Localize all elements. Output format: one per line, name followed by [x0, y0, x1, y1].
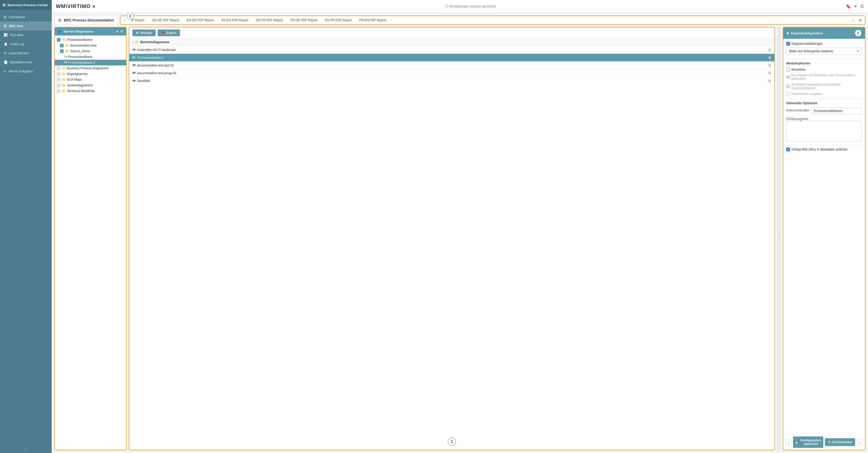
file-group-folder-icon: 📁: [135, 40, 139, 44]
tabs-settings-btn[interactable]: ⚙: [857, 17, 864, 24]
file-group-expand[interactable]: -: [132, 40, 133, 44]
doc-icon: ☰: [58, 18, 61, 22]
tree-item-technical-workflows[interactable]: + 📁 Technical Workflows: [55, 88, 126, 94]
sidebar-item-dashboard[interactable]: ⊞ Dashboard: [0, 12, 52, 22]
diagram-icon-sendmail: 🗺: [132, 79, 135, 83]
tab-de-fr[interactable]: DE-FR PDF Report: [252, 17, 286, 24]
status-message: Einstellungen wurden gesichert: [449, 4, 496, 8]
tab-en-fr[interactable]: EN-FR PDF Report: [321, 17, 355, 24]
footer-prev-btn[interactable]: ‹: [785, 439, 792, 445]
reset-btn[interactable]: ↺ Zurücksetzen: [825, 438, 855, 446]
file-delete-bpd-02[interactable]: 🗑: [768, 63, 771, 67]
file-item-bpd-02[interactable]: 🗺 documentation-test.bpd-02 🗑: [129, 62, 774, 69]
save-config-btn[interactable]: 💾 Konfiguration speichern: [793, 436, 823, 448]
collapse-handle[interactable]: ›: [777, 27, 781, 450]
doc-title-label: Dokumententitel:: [786, 109, 810, 112]
file-delete-prozesslandkarte-2[interactable]: 🗑: [768, 56, 771, 59]
tree-item-prozesslandkarte[interactable]: 🗺 Prozesslandkarte: [55, 54, 126, 60]
expand-visions-demo[interactable]: -: [60, 50, 64, 53]
topbar-icons: 🔖 ▾ ☰: [846, 4, 864, 9]
file-delete-sendmail[interactable]: 🗑: [768, 79, 771, 83]
anzeige-icon: ⚙: [136, 31, 139, 35]
expand-bpd[interactable]: +: [57, 66, 61, 70]
intro-text-input[interactable]: [786, 121, 862, 142]
tree-item-documentation-test[interactable]: - 📁 documentation-test: [55, 43, 126, 48]
expand-documentation-test[interactable]: -: [60, 44, 64, 47]
export-settings-icon: ⚙: [786, 31, 789, 35]
footer-next-btn[interactable]: ›: [857, 439, 863, 445]
inubit-monitor-icon: ⚙: [4, 51, 7, 55]
expand-technical-workflows[interactable]: +: [57, 89, 61, 93]
middle-toolbar: ⚙ Anzeige 📤 Export: [129, 27, 774, 38]
dashboard-icon: ⊞: [4, 15, 6, 19]
tab-fr-en[interactable]: FR-EN PDF Report: [356, 17, 390, 24]
main-area: WM\VIRTIMO ⓘ Einstellungen wurden gesich…: [52, 0, 868, 453]
expand-organigramme[interactable]: +: [57, 72, 61, 76]
meine-aufgaben-icon: ✔: [4, 69, 6, 73]
doc-title-input[interactable]: [812, 108, 862, 114]
intro-text-label: Einführungstext:: [786, 117, 809, 121]
tree-item-bpd[interactable]: + 📁 Business Process Diagramme: [55, 65, 126, 71]
tree-item-systemdiagramme[interactable]: + 📁 Systemdiagramme: [55, 83, 126, 88]
scale-select[interactable]: Bilder auf Seitengröße skalieren: [786, 48, 862, 55]
server-panel-collapse-btn[interactable]: ◄: [115, 29, 119, 33]
tab-en-en[interactable]: EN-EN PDF Report: [218, 17, 252, 24]
diagram-icon-prozesslandkarte-2: 🗺: [64, 61, 67, 64]
tree-label-systemdiagramme: Systemdiagramme: [67, 84, 93, 87]
export-panel-header: ⚙ Exportkonfiguration 2: [783, 27, 865, 39]
tabs-prev-btn[interactable]: ‹: [122, 17, 128, 23]
sidebar-item-label-bestellformular: Bestellformular: [10, 60, 32, 64]
tree-item-organigramme[interactable]: + 📁 Organigramme: [55, 71, 126, 77]
sidebar-item-inubit-monitor[interactable]: ⚙ inubit Monitor: [0, 49, 52, 58]
file-label-prozesslandkarte-2: Prozesslandkarte-2: [137, 56, 767, 59]
sidebar-nav: ⊞ Dashboard ☰ BPC Doc 📊 Perf Mon 📋 Audit…: [0, 10, 52, 445]
tree-item-soa-maps[interactable]: + 📁 SOA Maps: [55, 77, 126, 83]
tab-fr-de[interactable]: FR-DE PDF Report: [287, 17, 321, 24]
folder-icon-prozesslandkarten: 📁: [62, 38, 66, 42]
sidebar: ⊞ Business Process Center ⊞ Dashboard ☰ …: [0, 0, 52, 453]
anzeige-btn[interactable]: ⚙ Anzeige: [132, 29, 156, 36]
badge-1: 1: [448, 437, 456, 446]
file-item-prozesslandkarte-2[interactable]: 🗺 Prozesslandkarte-2 🗑: [129, 54, 774, 62]
sidebar-item-audit-log[interactable]: 📋 Audit Log: [0, 39, 52, 49]
file-delete-pmap-01[interactable]: 🗑: [768, 71, 771, 75]
tabs-container: )F Report DE-DE PDF Report EN-DE PDF Rep…: [128, 17, 850, 24]
reset-icon: ↺: [828, 440, 831, 444]
server-panel-refresh-btn[interactable]: ↺: [120, 29, 123, 33]
sidebar-item-bestellformular[interactable]: 📄 Bestellformular: [0, 58, 52, 67]
bookmark-icon[interactable]: 🔖: [846, 4, 851, 9]
sidebar-collapse-btn[interactable]: «: [0, 445, 52, 453]
topbar-status: ⓘ Einstellungen wurden gesichert: [99, 4, 842, 9]
file-item-sendmail[interactable]: 🗺 SendMail 🗑: [129, 77, 774, 85]
tree-item-prozesslandkarten[interactable]: - 📁 Prozesslandkarten: [55, 37, 126, 43]
moduloptionen-title: Moduloptionen: [786, 61, 862, 65]
tabs-next-btn[interactable]: ›: [850, 17, 857, 23]
url-checkbox[interactable]: [786, 148, 790, 151]
sidebar-item-perf-mon[interactable]: 📊 Perf Mon: [0, 31, 52, 39]
file-delete-assembler[interactable]: 🗑: [768, 48, 771, 52]
expand-prozesslandkarten[interactable]: -: [57, 38, 61, 42]
menu-icon[interactable]: ☰: [860, 4, 864, 9]
server-panel-icon: 👥: [58, 29, 62, 33]
diagramm-checkbox[interactable]: [786, 42, 790, 46]
dropdown-icon[interactable]: ▾: [855, 4, 857, 9]
content-area: ☰ BPC Process Documentation ‹ 3 )F Repor…: [52, 13, 868, 453]
sidebar-item-meine-aufgaben[interactable]: ✔ Meine Aufgaben: [0, 67, 52, 76]
sidebar-item-bpc-doc[interactable]: ☰ BPC Doc: [0, 22, 52, 31]
expand-systemdiagramme[interactable]: +: [57, 84, 61, 87]
tab-de-de[interactable]: DE-DE PDF Report: [148, 17, 183, 24]
only-metadata-label: Nur Module mit Metadaten oder Kommentare…: [791, 73, 862, 81]
tree-item-prozesslandkarte-2[interactable]: 🗺 Prozesslandkarte-2: [55, 60, 126, 65]
badge-2: 2: [855, 29, 862, 37]
tree-item-visions-demo[interactable]: - 📁 Visions_Demo: [55, 48, 126, 54]
tree-container: - 📁 Prozesslandkarten - 📁 documentation-…: [55, 35, 126, 450]
server-panel-title: Server-Diagramme: [64, 29, 94, 33]
file-item-pmap-01[interactable]: 🗺 documentation-test.pmap-01 🗑: [129, 69, 774, 77]
folder-icon-organigramme: 📁: [62, 72, 66, 76]
export-btn[interactable]: 📤 Export: [158, 29, 180, 36]
modulliste-checkbox[interactable]: [786, 68, 790, 71]
tab-en-de[interactable]: EN-DE PDF Report: [183, 17, 217, 24]
file-item-assembler[interactable]: 🗺 Assembler-AG-IT-landscape 🗑: [129, 46, 774, 54]
reset-label: Zurücksetzen: [832, 440, 852, 444]
expand-soa-maps[interactable]: +: [57, 78, 61, 82]
